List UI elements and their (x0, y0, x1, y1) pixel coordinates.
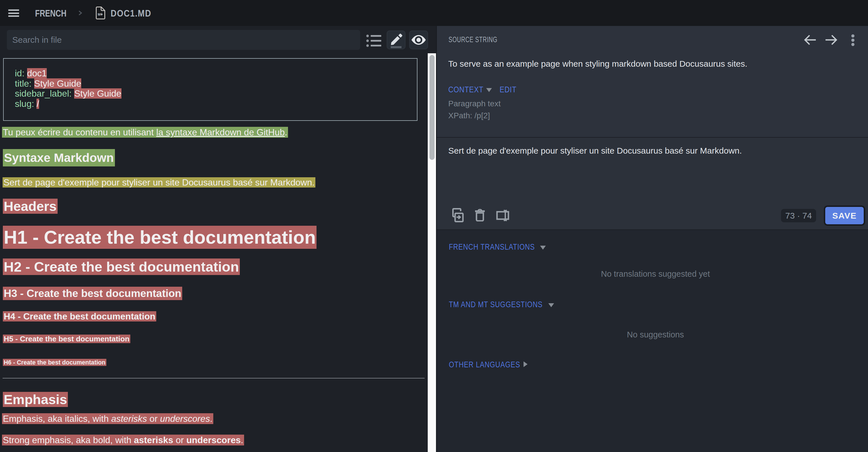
svg-text:M: M (98, 12, 101, 17)
